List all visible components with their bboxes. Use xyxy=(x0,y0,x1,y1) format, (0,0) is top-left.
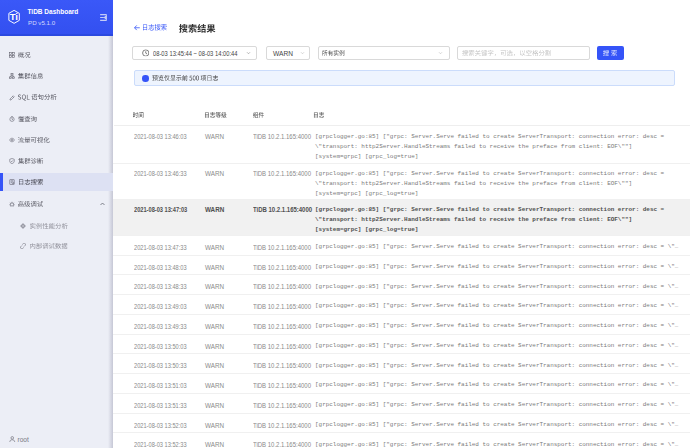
svg-text:Ti: Ti xyxy=(10,10,18,21)
